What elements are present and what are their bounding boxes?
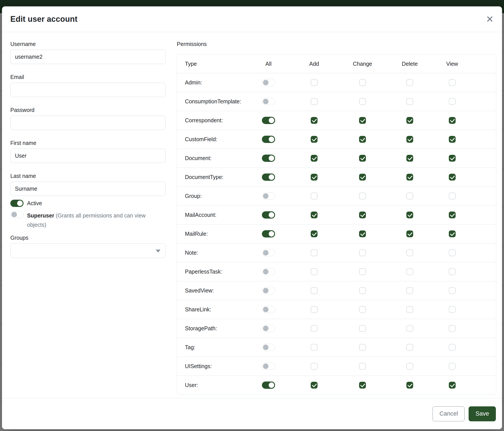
storagepath-all-toggle[interactable] [262, 325, 275, 332]
document-all-toggle[interactable] [262, 155, 275, 162]
note-add-checkbox[interactable] [311, 249, 317, 256]
documenttype-change-checkbox[interactable] [359, 174, 366, 180]
customfield-delete-checkbox[interactable] [406, 136, 413, 143]
paperlesstask-all-toggle[interactable] [262, 268, 275, 275]
note-change-checkbox[interactable] [359, 249, 366, 256]
paperlesstask-add-checkbox[interactable] [311, 268, 317, 275]
permission-row-customfield: CustomField: [177, 130, 496, 149]
group-add-checkbox[interactable] [311, 193, 317, 199]
sharelink-view-checkbox[interactable] [449, 306, 456, 313]
customfield-all-toggle[interactable] [262, 136, 275, 143]
last-name-field[interactable] [10, 182, 166, 196]
uisettings-change-checkbox[interactable] [359, 363, 366, 370]
note-all-toggle[interactable] [262, 249, 275, 256]
paperlesstask-delete-checkbox[interactable] [406, 268, 413, 275]
customfield-add-checkbox[interactable] [311, 136, 317, 143]
cancel-button[interactable]: Cancel [432, 406, 465, 421]
correspondent-delete-checkbox[interactable] [406, 117, 413, 124]
uisettings-delete-checkbox[interactable] [406, 363, 413, 370]
savedview-add-checkbox[interactable] [311, 287, 317, 294]
document-delete-checkbox[interactable] [406, 155, 413, 162]
mailaccount-add-checkbox[interactable] [311, 212, 317, 218]
tag-add-checkbox[interactable] [311, 344, 317, 351]
correspondent-view-checkbox[interactable] [449, 117, 456, 124]
mailrule-view-checkbox[interactable] [449, 230, 456, 237]
customfield-change-checkbox[interactable] [359, 136, 366, 143]
password-field[interactable] [10, 116, 166, 130]
storagepath-add-checkbox[interactable] [311, 325, 317, 332]
mailaccount-all-toggle[interactable] [262, 211, 275, 219]
mailrule-add-checkbox[interactable] [311, 230, 317, 237]
savedview-change-checkbox[interactable] [359, 287, 366, 294]
sharelink-all-toggle[interactable] [262, 306, 275, 313]
documenttype-view-checkbox[interactable] [449, 174, 456, 180]
documenttype-all-toggle[interactable] [262, 173, 275, 181]
document-add-checkbox[interactable] [311, 155, 317, 162]
active-toggle-row: Active [10, 198, 166, 208]
email-field[interactable] [10, 83, 166, 97]
user-all-toggle[interactable] [262, 382, 275, 389]
consumptiontemplate-view-checkbox[interactable] [449, 98, 456, 105]
first-name-field[interactable] [10, 149, 166, 163]
consumptiontemplate-delete-checkbox[interactable] [406, 98, 413, 105]
storagepath-change-checkbox[interactable] [359, 325, 366, 332]
save-button[interactable]: Save [468, 406, 496, 421]
mailaccount-delete-checkbox[interactable] [406, 212, 413, 218]
savedview-view-checkbox[interactable] [449, 287, 456, 294]
storagepath-view-checkbox[interactable] [449, 325, 456, 332]
sharelink-add-checkbox[interactable] [311, 306, 317, 313]
consumptiontemplate-change-checkbox[interactable] [359, 98, 366, 105]
user-view-checkbox[interactable] [449, 382, 456, 389]
documenttype-delete-checkbox[interactable] [406, 174, 413, 180]
paperlesstask-view-checkbox[interactable] [449, 268, 456, 275]
close-icon[interactable]: ✕ [486, 15, 494, 24]
user-delete-checkbox[interactable] [406, 382, 413, 389]
uisettings-add-checkbox[interactable] [311, 363, 317, 370]
admin-add-checkbox[interactable] [311, 79, 317, 86]
tag-all-toggle[interactable] [262, 344, 275, 351]
customfield-view-checkbox[interactable] [449, 136, 456, 143]
mailaccount-view-checkbox[interactable] [449, 212, 456, 218]
sharelink-change-checkbox[interactable] [359, 306, 366, 313]
user-add-checkbox[interactable] [311, 382, 317, 389]
groups-select[interactable] [10, 243, 166, 258]
uisettings-all-toggle[interactable] [262, 363, 275, 370]
superuser-toggle[interactable] [10, 211, 24, 218]
storagepath-delete-checkbox[interactable] [406, 325, 413, 332]
savedview-all-toggle[interactable] [262, 287, 275, 294]
note-view-checkbox[interactable] [449, 249, 456, 256]
admin-change-checkbox[interactable] [359, 79, 366, 86]
documenttype-add-checkbox[interactable] [311, 174, 317, 180]
correspondent-change-checkbox[interactable] [359, 117, 366, 124]
group-all-toggle[interactable] [262, 192, 275, 200]
group-change-checkbox[interactable] [359, 193, 366, 199]
mailrule-delete-checkbox[interactable] [406, 230, 413, 237]
note-delete-checkbox[interactable] [406, 249, 413, 256]
uisettings-view-checkbox[interactable] [449, 363, 456, 370]
savedview-delete-checkbox[interactable] [406, 287, 413, 294]
consumptiontemplate-add-checkbox[interactable] [311, 98, 317, 105]
mailrule-all-toggle[interactable] [262, 230, 275, 237]
tag-change-checkbox[interactable] [359, 344, 366, 351]
tag-view-checkbox[interactable] [449, 344, 456, 351]
consumptiontemplate-all-toggle[interactable] [262, 98, 275, 105]
group-view-checkbox[interactable] [449, 193, 456, 199]
correspondent-all-toggle[interactable] [262, 117, 275, 124]
username-input[interactable] [10, 50, 166, 64]
admin-view-checkbox[interactable] [449, 79, 456, 86]
mailrule-change-checkbox[interactable] [359, 230, 366, 237]
mailaccount-change-checkbox[interactable] [359, 212, 366, 218]
admin-delete-checkbox[interactable] [406, 79, 413, 86]
paperlesstask-change-checkbox[interactable] [359, 268, 366, 275]
group-delete-checkbox[interactable] [406, 193, 413, 199]
sharelink-delete-checkbox[interactable] [406, 306, 413, 313]
tag-delete-checkbox[interactable] [406, 344, 413, 351]
perm-col-all: All [246, 61, 290, 67]
first-name-field-group: First name [10, 140, 166, 163]
document-change-checkbox[interactable] [359, 155, 366, 162]
correspondent-add-checkbox[interactable] [311, 117, 317, 124]
admin-all-toggle[interactable] [262, 79, 275, 86]
document-view-checkbox[interactable] [449, 155, 456, 162]
user-change-checkbox[interactable] [359, 382, 366, 389]
active-toggle[interactable] [10, 200, 24, 207]
